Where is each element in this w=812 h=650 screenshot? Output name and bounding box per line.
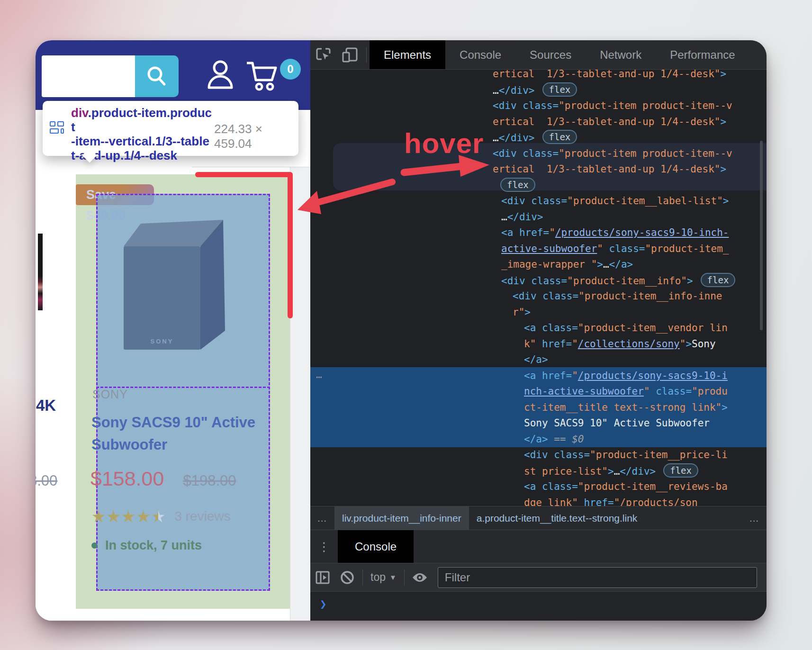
code-row[interactable]: ct-item__title text--strong link">: [524, 400, 767, 416]
breadcrumb-item-selected[interactable]: a.product-item__title.text--strong.link: [469, 513, 645, 524]
tab-performance[interactable]: Performance: [656, 40, 749, 69]
tab-sources[interactable]: Sources: [515, 40, 586, 69]
code-row[interactable]: nch-active-subwoofer" class="produ: [524, 384, 767, 400]
code-token: "product-item__vendor lin: [578, 322, 728, 334]
code-token: nch-active-subwoofer: [524, 386, 644, 397]
product-card[interactable]: Save $40.00 SONY SONY Sony SACS9 10" Act…: [76, 174, 290, 609]
console-toolbar: top▼ Filter: [310, 563, 767, 591]
context-selector[interactable]: top▼: [366, 571, 401, 584]
code-token: >: [608, 466, 614, 477]
toolbar-separator: [366, 47, 367, 63]
console-sidebar-toggle[interactable]: [310, 570, 335, 585]
code-row[interactable]: <a href="/products/sony-sacs9-10-i: [524, 368, 767, 384]
inspect-element-button[interactable]: [310, 40, 337, 69]
code-token: <div class=: [524, 449, 590, 460]
code-token: ": [680, 338, 686, 350]
product-rating[interactable]: ★★★★★3 reviews: [91, 507, 231, 526]
clear-console-icon: [340, 570, 355, 585]
clear-console-button[interactable]: [335, 570, 360, 585]
product-image-subwoofer[interactable]: SONY: [113, 219, 226, 350]
code-row[interactable]: ertical 1/3--tablet-and-up 1/4--desk">: [493, 114, 767, 130]
code-token: "/products/son: [614, 497, 698, 506]
product-vendor[interactable]: SONY: [92, 388, 128, 401]
code-row[interactable]: ▶<a href="/products/sony-sacs9-10-inch-: [501, 225, 767, 241]
code-row[interactable]: …</div>: [501, 209, 767, 226]
star-icon: ★: [91, 507, 106, 525]
code-row[interactable]: ▼<div class="product-item__info-inne: [513, 289, 767, 305]
code-row[interactable]: st price-list">…</div>flex: [524, 463, 767, 479]
account-icon[interactable]: [207, 59, 234, 90]
selected-node-marker: …: [316, 369, 323, 380]
tab-network[interactable]: Network: [586, 40, 656, 69]
code-token: >: [720, 70, 726, 80]
code-token: Sony: [692, 338, 716, 350]
flex-badge[interactable]: flex: [542, 82, 577, 97]
flex-badge[interactable]: flex: [500, 178, 535, 192]
code-row[interactable]: Sony SACS9 10" Active Subwoofer: [524, 415, 767, 432]
device-toolbar-button[interactable]: [337, 40, 363, 69]
code-token: >: [720, 116, 726, 127]
scrollbar-thumb[interactable]: [760, 141, 763, 330]
tooltip-selector: div.product-item.product-item--vertical.…: [71, 106, 213, 162]
code-token: ": [597, 243, 603, 254]
code-token: …: [603, 259, 609, 270]
code-token: ==: [548, 433, 572, 445]
product-price: $158.00: [90, 467, 164, 490]
breadcrumb-overflow-right[interactable]: …: [742, 513, 767, 524]
code-token: </div>: [499, 85, 535, 96]
code-row[interactable]: ertical 1/3--tablet-and-up 1/4--desk">: [493, 162, 767, 178]
breadcrumb-item-info-inner[interactable]: liv.product-item__info-inner: [334, 506, 469, 530]
product-title[interactable]: Sony SACS9 10" ActiveSubwoofer: [91, 411, 257, 456]
code-row[interactable]: ▼<div class="product-item__info">flex: [501, 273, 767, 289]
flex-badge[interactable]: flex: [701, 273, 736, 287]
flex-badge[interactable]: flex: [663, 463, 698, 478]
code-token: >: [686, 338, 692, 350]
search-button[interactable]: [135, 55, 179, 97]
tab-console[interactable]: Console: [445, 40, 515, 69]
search-input[interactable]: [42, 55, 135, 97]
code-row[interactable]: r">: [513, 305, 767, 321]
code-token: "produ: [692, 386, 728, 397]
code-row[interactable]: dge link" href="/products/son: [524, 495, 767, 506]
code-row[interactable]: ▶<div class="product-item__price-li: [524, 447, 767, 463]
breadcrumb-overflow-left[interactable]: …: [310, 513, 334, 524]
chevron-down-icon: ▼: [389, 573, 397, 581]
code-token: >: [597, 259, 603, 270]
product-stock-status: In stock, 7 units: [91, 538, 202, 553]
code-token: …: [493, 132, 499, 144]
drawer-tab-bar: ⋮ Console: [310, 530, 767, 563]
cart-icon[interactable]: [245, 60, 281, 91]
code-row[interactable]: ▶<a class="product-item__reviews-ba: [524, 479, 767, 495]
code-row[interactable]: </a>: [524, 352, 767, 368]
tab-elements[interactable]: Elements: [370, 40, 445, 69]
eye-button[interactable]: [407, 571, 432, 584]
code-token: k": [524, 338, 536, 350]
code-token: <a href=: [524, 370, 572, 381]
code-row[interactable]: flex: [493, 178, 767, 194]
code-row[interactable]: …</div>flex: [493, 130, 767, 146]
code-token: Sony SACS9 10" Active Subwoofer: [524, 417, 710, 429]
cart-count-badge[interactable]: 0: [280, 59, 301, 80]
code-token: </a>: [524, 433, 548, 445]
code-row[interactable]: k" href="/collections/sony">Sony: [524, 336, 767, 352]
tab-console-drawer[interactable]: Console: [338, 530, 414, 563]
product-reviews-count[interactable]: 3 reviews: [174, 509, 230, 524]
code-row[interactable]: …</div>flex: [493, 82, 767, 99]
inspect-tooltip: div.product-item.product-item--vertical.…: [43, 101, 298, 156]
star-icon: ★: [136, 507, 151, 525]
code-row[interactable]: ▼<div class="product-item product-item--…: [493, 146, 767, 162]
code-row[interactable]: ertical 1/3--tablet-and-up 1/4--desk">: [493, 70, 767, 82]
code-row[interactable]: <a class="product-item__vendor lin: [524, 320, 767, 336]
console-prompt-area[interactable]: ❯: [310, 591, 767, 621]
code-token: </a>: [524, 354, 548, 365]
code-row[interactable]: ▶<div class="product-item__label-list">: [501, 193, 767, 209]
code-row[interactable]: _image-wrapper ">…</a>: [501, 257, 767, 273]
code-row[interactable]: ▶<div class="product-item product-item--…: [493, 98, 767, 114]
toolbar-separator: [362, 569, 363, 586]
flex-badge[interactable]: flex: [542, 130, 577, 144]
code-row[interactable]: </a> == $0: [524, 432, 767, 448]
console-filter-input[interactable]: Filter: [438, 567, 757, 588]
kebab-menu-icon[interactable]: ⋮: [310, 530, 338, 563]
code-row[interactable]: active-subwoofer" class="product-item_: [501, 241, 767, 257]
neighbor-product-label: 4K: [36, 397, 56, 415]
